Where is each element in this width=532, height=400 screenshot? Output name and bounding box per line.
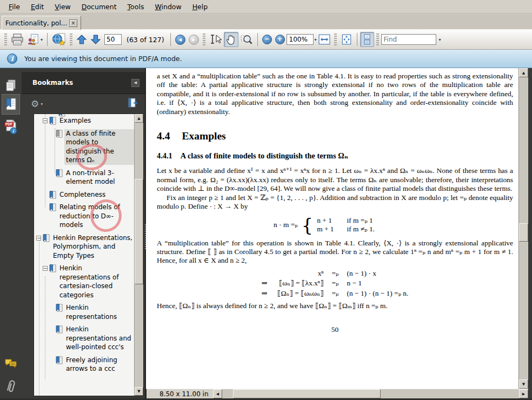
collapse-minus-icon[interactable]: −	[43, 118, 48, 123]
comments-panel-button[interactable]	[2, 355, 20, 373]
menu-item-help[interactable]: Help	[187, 1, 214, 12]
scroll-down-button[interactable]: ▼	[135, 387, 143, 396]
panel-title: Bookmarks	[32, 79, 73, 86]
page-number-input[interactable]	[104, 34, 122, 45]
goto-bookmark-icon	[127, 98, 139, 109]
gear-icon[interactable]: ⚙	[31, 99, 39, 109]
find-input[interactable]	[381, 34, 436, 45]
menu-item-view[interactable]: View	[49, 1, 76, 12]
fit-page-button[interactable]	[339, 32, 354, 47]
chevron-down-icon: ▾	[41, 37, 43, 42]
menu-item-window[interactable]: Window	[149, 1, 187, 12]
bookmark-item-class-of-finite-models[interactable]: A class of finite models to distinguish …	[36, 129, 134, 165]
bookmark-item-henkin-ccc[interactable]: − Henkin representations of cartesian-cl…	[36, 264, 134, 299]
collapse-minus-icon[interactable]: −	[43, 266, 48, 271]
zoom-out-button[interactable]: −	[262, 35, 272, 44]
bookmark-item-henkin-representations-chapter[interactable]: − Henkin Representations, Polymorphism, …	[36, 234, 134, 261]
print-button[interactable]	[9, 32, 25, 47]
bookmark-label[interactable]: Henkin Representations, Polymorphism, an…	[51, 234, 134, 261]
hand-tool-button[interactable]	[224, 32, 238, 47]
expand-current-bookmark-button[interactable]	[127, 98, 139, 110]
find-caret-icon[interactable]: ▾	[436, 34, 444, 45]
zoom-level-value: 100%	[289, 36, 308, 43]
bookmark-item-non-trivial-model[interactable]: A non-trivial 3-element model	[36, 169, 134, 186]
menubar: File Edit View Document Tools Window Hel…	[0, 0, 532, 14]
zoom-caret-icon[interactable]: ▾	[315, 37, 317, 42]
menu-item-tools[interactable]: Tools	[122, 1, 150, 12]
panel-toolbar: ⚙ ▾	[22, 94, 145, 114]
toolbar-separator	[170, 33, 171, 46]
toolbar-grip[interactable]	[4, 34, 7, 45]
document-vertical-scrollbar[interactable]: ▲ ▼	[518, 68, 528, 389]
bookmark-label[interactable]: A class of finite models to distinguish …	[64, 129, 134, 165]
toolbar-separator	[357, 33, 357, 46]
document-tab[interactable]: Functionality, pol... ×	[2, 16, 81, 30]
next-view-button[interactable]: ▶	[189, 35, 199, 45]
page-number: 50	[157, 325, 513, 334]
bookmarks-panel-button[interactable]	[2, 94, 20, 115]
scrollbar-thumb[interactable]	[519, 223, 528, 242]
scroll-up-button[interactable]: ▲	[135, 114, 143, 123]
menu-item-file[interactable]: File	[3, 1, 25, 12]
bookmark-label[interactable]: Freely adjoining arrows to a ccc	[64, 356, 134, 374]
bookmark-label[interactable]: Henkin representations	[64, 303, 134, 321]
bookmark-label[interactable]: Henkin representations of cartesian-clos…	[58, 264, 134, 299]
bookmark-icon	[49, 191, 56, 199]
toolbar-grip[interactable]	[334, 34, 337, 45]
bookmark-icon	[56, 130, 63, 138]
pdfa-notice-bar: i You are viewing this document in PDF/A…	[0, 50, 532, 68]
fit-width-button[interactable]	[317, 32, 332, 47]
web-capture-button[interactable]	[50, 32, 68, 47]
close-icon[interactable]: ×	[69, 19, 77, 27]
bookmark-item-freely-adjoining[interactable]: Freely adjoining arrows to a ccc	[36, 356, 134, 374]
printer-icon	[11, 34, 24, 45]
collapse-minus-icon[interactable]: −	[36, 236, 41, 241]
bookmark-icon	[49, 203, 56, 211]
chevron-down-icon[interactable]: ▾	[41, 102, 43, 106]
toolbar-grip[interactable]	[203, 34, 205, 45]
bookmark-item-well-pointed-ccc[interactable]: Henkin representations and well-pointed …	[36, 325, 134, 352]
paragraph: a set X and a “multiplication table” suc…	[157, 72, 513, 116]
scrollbar-thumb[interactable]	[233, 389, 381, 398]
bookmark-label[interactable]: Relating models of reduction to D∞-model…	[58, 203, 134, 230]
bookmarks-scrollbar[interactable]: ▲ ▼	[134, 114, 143, 396]
bookmark-label[interactable]: Completeness	[58, 190, 107, 199]
previous-view-button[interactable]: ◀	[175, 35, 185, 45]
scroll-down-button[interactable]: ▼	[519, 379, 528, 389]
standards-panel-button[interactable]: PDF i	[2, 117, 20, 137]
pages-panel-button[interactable]	[2, 77, 20, 95]
zoom-in-button[interactable]: +	[275, 35, 285, 44]
bookmark-label[interactable]: Henkin representations and well-pointed …	[64, 325, 134, 352]
bookmark-icon	[56, 304, 63, 312]
next-page-button[interactable]	[89, 32, 103, 47]
document-view[interactable]: a set X and a “multiplication table” suc…	[146, 68, 518, 389]
zoom-level-combo[interactable]: 100%	[287, 34, 314, 45]
panel-collapse-button[interactable]: ◀	[131, 79, 139, 87]
toolbar-grip[interactable]	[376, 34, 379, 45]
bookmark-item-completeness[interactable]: Completeness	[36, 190, 134, 199]
marquee-zoom-button[interactable]	[238, 32, 255, 47]
menu-item-document[interactable]: Document	[76, 1, 122, 12]
bookmark-label[interactable]: A non-trivial 3-element model	[64, 169, 134, 186]
scrollbar-thumb[interactable]	[135, 179, 143, 284]
continuous-pages-icon	[363, 34, 371, 45]
previous-page-button[interactable]	[75, 32, 89, 47]
attachments-panel-button[interactable]	[2, 377, 20, 396]
bookmark-item-henkin-representations[interactable]: Henkin representations	[36, 303, 134, 321]
toolbar-grip[interactable]	[70, 34, 72, 45]
select-tool-button[interactable]	[208, 32, 224, 47]
equation-block: xⁿ =ₚ (n − 1) · x ⇒ ⟦ωₙ⟧ = ⟦λx.xⁿ⟧ =ₚ n …	[257, 269, 414, 298]
bookmark-label[interactable]: Examples	[58, 116, 92, 125]
scroll-left-button[interactable]: ◀	[213, 389, 222, 398]
fit-page-icon	[341, 34, 353, 45]
scroll-right-button[interactable]: ▶	[519, 389, 528, 398]
bookmark-item-examples[interactable]: − Examples	[36, 116, 134, 125]
scrolling-mode-button[interactable]	[360, 32, 374, 47]
document-horizontal-scrollbar[interactable]: ◀ ▶	[213, 389, 528, 398]
send-for-review-button[interactable]: ▾	[25, 32, 44, 47]
bookmark-item-relating-models[interactable]: Relating models of reduction to D∞-model…	[36, 203, 134, 230]
bookmark-icon	[56, 325, 63, 334]
scroll-up-button[interactable]: ▲	[519, 68, 528, 77]
forward-arrow-icon: ▶	[192, 37, 195, 42]
menu-item-edit[interactable]: Edit	[25, 1, 49, 12]
